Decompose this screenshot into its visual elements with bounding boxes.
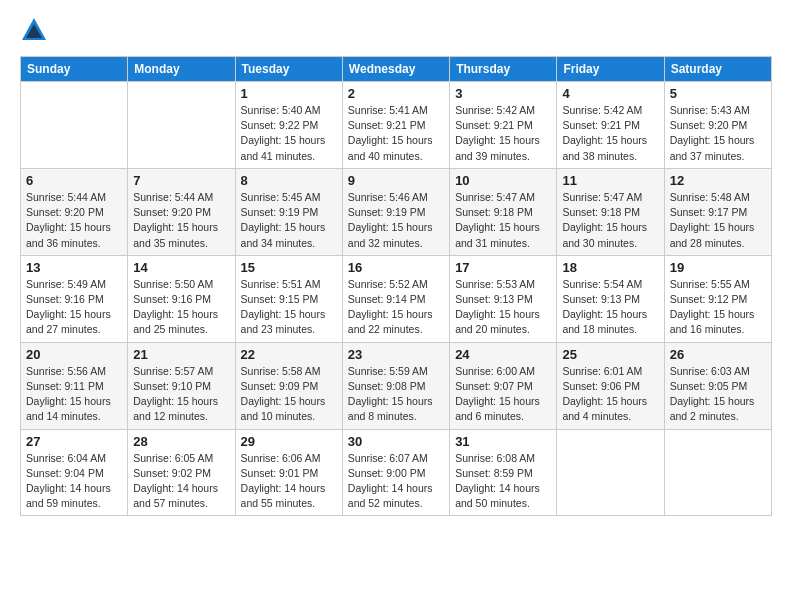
day-detail: Sunrise: 5:59 AM Sunset: 9:08 PM Dayligh… <box>348 364 444 425</box>
day-detail: Sunrise: 5:48 AM Sunset: 9:17 PM Dayligh… <box>670 190 766 251</box>
day-detail: Sunrise: 5:58 AM Sunset: 9:09 PM Dayligh… <box>241 364 337 425</box>
calendar-cell: 18Sunrise: 5:54 AM Sunset: 9:13 PM Dayli… <box>557 255 664 342</box>
day-detail: Sunrise: 6:07 AM Sunset: 9:00 PM Dayligh… <box>348 451 444 512</box>
calendar-col-wednesday: Wednesday <box>342 57 449 82</box>
day-detail: Sunrise: 5:55 AM Sunset: 9:12 PM Dayligh… <box>670 277 766 338</box>
calendar-cell: 31Sunrise: 6:08 AM Sunset: 8:59 PM Dayli… <box>450 429 557 516</box>
day-number: 2 <box>348 86 444 101</box>
day-number: 31 <box>455 434 551 449</box>
calendar-cell: 28Sunrise: 6:05 AM Sunset: 9:02 PM Dayli… <box>128 429 235 516</box>
day-number: 13 <box>26 260 122 275</box>
day-detail: Sunrise: 6:03 AM Sunset: 9:05 PM Dayligh… <box>670 364 766 425</box>
day-detail: Sunrise: 5:41 AM Sunset: 9:21 PM Dayligh… <box>348 103 444 164</box>
calendar-cell: 10Sunrise: 5:47 AM Sunset: 9:18 PM Dayli… <box>450 168 557 255</box>
calendar-cell: 24Sunrise: 6:00 AM Sunset: 9:07 PM Dayli… <box>450 342 557 429</box>
calendar-cell: 8Sunrise: 5:45 AM Sunset: 9:19 PM Daylig… <box>235 168 342 255</box>
calendar-cell: 1Sunrise: 5:40 AM Sunset: 9:22 PM Daylig… <box>235 82 342 169</box>
calendar-cell: 4Sunrise: 5:42 AM Sunset: 9:21 PM Daylig… <box>557 82 664 169</box>
day-number: 6 <box>26 173 122 188</box>
calendar-week-row: 27Sunrise: 6:04 AM Sunset: 9:04 PM Dayli… <box>21 429 772 516</box>
day-number: 3 <box>455 86 551 101</box>
day-detail: Sunrise: 5:47 AM Sunset: 9:18 PM Dayligh… <box>455 190 551 251</box>
day-number: 4 <box>562 86 658 101</box>
calendar-cell: 26Sunrise: 6:03 AM Sunset: 9:05 PM Dayli… <box>664 342 771 429</box>
day-number: 24 <box>455 347 551 362</box>
calendar-cell: 3Sunrise: 5:42 AM Sunset: 9:21 PM Daylig… <box>450 82 557 169</box>
calendar-cell: 15Sunrise: 5:51 AM Sunset: 9:15 PM Dayli… <box>235 255 342 342</box>
day-detail: Sunrise: 5:42 AM Sunset: 9:21 PM Dayligh… <box>455 103 551 164</box>
calendar-week-row: 13Sunrise: 5:49 AM Sunset: 9:16 PM Dayli… <box>21 255 772 342</box>
calendar-cell: 14Sunrise: 5:50 AM Sunset: 9:16 PM Dayli… <box>128 255 235 342</box>
day-number: 5 <box>670 86 766 101</box>
day-number: 29 <box>241 434 337 449</box>
calendar-cell <box>128 82 235 169</box>
day-detail: Sunrise: 5:56 AM Sunset: 9:11 PM Dayligh… <box>26 364 122 425</box>
day-number: 17 <box>455 260 551 275</box>
logo <box>20 16 50 44</box>
day-number: 1 <box>241 86 337 101</box>
day-number: 26 <box>670 347 766 362</box>
calendar-cell: 22Sunrise: 5:58 AM Sunset: 9:09 PM Dayli… <box>235 342 342 429</box>
calendar-week-row: 6Sunrise: 5:44 AM Sunset: 9:20 PM Daylig… <box>21 168 772 255</box>
calendar-table: SundayMondayTuesdayWednesdayThursdayFrid… <box>20 56 772 516</box>
calendar-col-saturday: Saturday <box>664 57 771 82</box>
calendar-cell: 7Sunrise: 5:44 AM Sunset: 9:20 PM Daylig… <box>128 168 235 255</box>
day-number: 15 <box>241 260 337 275</box>
calendar-cell: 27Sunrise: 6:04 AM Sunset: 9:04 PM Dayli… <box>21 429 128 516</box>
day-number: 25 <box>562 347 658 362</box>
day-detail: Sunrise: 5:43 AM Sunset: 9:20 PM Dayligh… <box>670 103 766 164</box>
calendar-cell: 19Sunrise: 5:55 AM Sunset: 9:12 PM Dayli… <box>664 255 771 342</box>
day-detail: Sunrise: 5:52 AM Sunset: 9:14 PM Dayligh… <box>348 277 444 338</box>
calendar-cell <box>21 82 128 169</box>
day-number: 14 <box>133 260 229 275</box>
calendar-header-row: SundayMondayTuesdayWednesdayThursdayFrid… <box>21 57 772 82</box>
day-detail: Sunrise: 6:00 AM Sunset: 9:07 PM Dayligh… <box>455 364 551 425</box>
day-detail: Sunrise: 6:01 AM Sunset: 9:06 PM Dayligh… <box>562 364 658 425</box>
day-detail: Sunrise: 5:47 AM Sunset: 9:18 PM Dayligh… <box>562 190 658 251</box>
day-number: 16 <box>348 260 444 275</box>
calendar-cell <box>664 429 771 516</box>
day-number: 30 <box>348 434 444 449</box>
day-detail: Sunrise: 5:54 AM Sunset: 9:13 PM Dayligh… <box>562 277 658 338</box>
calendar-cell: 21Sunrise: 5:57 AM Sunset: 9:10 PM Dayli… <box>128 342 235 429</box>
calendar-cell: 9Sunrise: 5:46 AM Sunset: 9:19 PM Daylig… <box>342 168 449 255</box>
calendar-cell: 2Sunrise: 5:41 AM Sunset: 9:21 PM Daylig… <box>342 82 449 169</box>
calendar-cell: 5Sunrise: 5:43 AM Sunset: 9:20 PM Daylig… <box>664 82 771 169</box>
calendar-col-thursday: Thursday <box>450 57 557 82</box>
calendar-cell: 30Sunrise: 6:07 AM Sunset: 9:00 PM Dayli… <box>342 429 449 516</box>
calendar-cell <box>557 429 664 516</box>
calendar-col-friday: Friday <box>557 57 664 82</box>
day-detail: Sunrise: 5:40 AM Sunset: 9:22 PM Dayligh… <box>241 103 337 164</box>
day-number: 7 <box>133 173 229 188</box>
day-number: 21 <box>133 347 229 362</box>
day-detail: Sunrise: 6:05 AM Sunset: 9:02 PM Dayligh… <box>133 451 229 512</box>
day-number: 27 <box>26 434 122 449</box>
day-number: 28 <box>133 434 229 449</box>
day-detail: Sunrise: 5:44 AM Sunset: 9:20 PM Dayligh… <box>26 190 122 251</box>
calendar-week-row: 20Sunrise: 5:56 AM Sunset: 9:11 PM Dayli… <box>21 342 772 429</box>
calendar-cell: 20Sunrise: 5:56 AM Sunset: 9:11 PM Dayli… <box>21 342 128 429</box>
calendar-cell: 11Sunrise: 5:47 AM Sunset: 9:18 PM Dayli… <box>557 168 664 255</box>
calendar-week-row: 1Sunrise: 5:40 AM Sunset: 9:22 PM Daylig… <box>21 82 772 169</box>
calendar-cell: 13Sunrise: 5:49 AM Sunset: 9:16 PM Dayli… <box>21 255 128 342</box>
day-number: 23 <box>348 347 444 362</box>
day-detail: Sunrise: 5:50 AM Sunset: 9:16 PM Dayligh… <box>133 277 229 338</box>
day-number: 11 <box>562 173 658 188</box>
calendar-col-tuesday: Tuesday <box>235 57 342 82</box>
calendar-cell: 12Sunrise: 5:48 AM Sunset: 9:17 PM Dayli… <box>664 168 771 255</box>
calendar-cell: 16Sunrise: 5:52 AM Sunset: 9:14 PM Dayli… <box>342 255 449 342</box>
calendar-cell: 23Sunrise: 5:59 AM Sunset: 9:08 PM Dayli… <box>342 342 449 429</box>
day-detail: Sunrise: 6:08 AM Sunset: 8:59 PM Dayligh… <box>455 451 551 512</box>
day-detail: Sunrise: 5:45 AM Sunset: 9:19 PM Dayligh… <box>241 190 337 251</box>
day-detail: Sunrise: 5:42 AM Sunset: 9:21 PM Dayligh… <box>562 103 658 164</box>
calendar-col-sunday: Sunday <box>21 57 128 82</box>
day-number: 20 <box>26 347 122 362</box>
day-detail: Sunrise: 5:51 AM Sunset: 9:15 PM Dayligh… <box>241 277 337 338</box>
day-number: 9 <box>348 173 444 188</box>
day-number: 18 <box>562 260 658 275</box>
day-detail: Sunrise: 6:06 AM Sunset: 9:01 PM Dayligh… <box>241 451 337 512</box>
calendar-cell: 6Sunrise: 5:44 AM Sunset: 9:20 PM Daylig… <box>21 168 128 255</box>
day-detail: Sunrise: 5:57 AM Sunset: 9:10 PM Dayligh… <box>133 364 229 425</box>
day-detail: Sunrise: 6:04 AM Sunset: 9:04 PM Dayligh… <box>26 451 122 512</box>
header <box>20 16 772 44</box>
